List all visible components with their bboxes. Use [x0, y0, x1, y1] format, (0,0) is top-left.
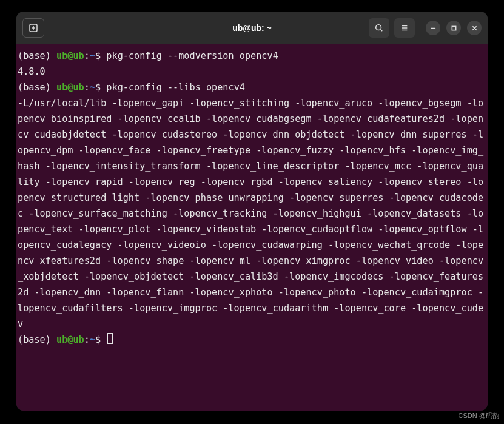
new-tab-icon	[29, 23, 38, 33]
prompt-dollar: $	[95, 334, 106, 345]
prompt-userhost: ub@ub	[56, 82, 84, 93]
new-tab-button[interactable]	[22, 18, 44, 38]
watermark: CSDN @码韵	[459, 411, 499, 420]
titlebar-left	[22, 18, 44, 38]
output-2: -L/usr/local/lib -lopencv_gapi -lopencv_…	[18, 95, 484, 332]
maximize-button[interactable]	[446, 21, 461, 35]
search-icon	[375, 24, 383, 32]
minimize-button[interactable]	[426, 21, 440, 35]
prompt-base: (base)	[18, 334, 56, 345]
prompt-path: ~	[90, 82, 95, 93]
prompt-userhost: ub@ub	[56, 50, 84, 61]
cursor	[107, 333, 113, 344]
prompt-base: (base)	[18, 50, 56, 61]
menu-button[interactable]	[394, 18, 415, 38]
titlebar: ub@ub: ~	[16, 12, 488, 44]
hamburger-icon	[400, 24, 409, 32]
prompt-dollar: $	[95, 50, 106, 61]
terminal-scroll[interactable]: (base) ub@ub:~$ pkg-config --modversion …	[18, 48, 485, 407]
prompt-colon: :	[84, 334, 90, 345]
prompt-colon: :	[84, 82, 90, 93]
window-controls	[426, 21, 482, 35]
prompt-line-3: (base) ub@ub:~$	[18, 332, 484, 348]
prompt-line-2: (base) ub@ub:~$ pkg-config --libs opencv…	[18, 79, 484, 95]
terminal-content[interactable]: (base) ub@ub:~$ pkg-config --modversion …	[16, 44, 488, 411]
svg-line-4	[381, 30, 383, 32]
prompt-dollar: $	[95, 82, 106, 93]
close-icon	[472, 25, 477, 31]
prompt-colon: :	[84, 50, 90, 61]
command-1: pkg-config --modversion opencv4	[106, 50, 278, 61]
command-2: pkg-config --libs opencv4	[106, 82, 245, 93]
search-button[interactable]	[369, 18, 389, 38]
svg-point-3	[376, 25, 381, 30]
close-button[interactable]	[467, 21, 482, 35]
prompt-userhost: ub@ub	[56, 334, 84, 345]
maximize-icon	[451, 25, 457, 31]
prompt-line-1: (base) ub@ub:~$ pkg-config --modversion …	[18, 48, 484, 64]
minimize-icon	[431, 25, 436, 31]
prompt-path: ~	[90, 50, 95, 61]
prompt-base: (base)	[18, 82, 56, 93]
prompt-path: ~	[90, 334, 95, 345]
titlebar-right	[369, 18, 482, 38]
output-1: 4.8.0	[18, 64, 484, 79]
window-title: ub@ub: ~	[232, 23, 272, 33]
svg-rect-9	[452, 26, 455, 30]
terminal-window: ub@ub: ~	[16, 12, 488, 411]
